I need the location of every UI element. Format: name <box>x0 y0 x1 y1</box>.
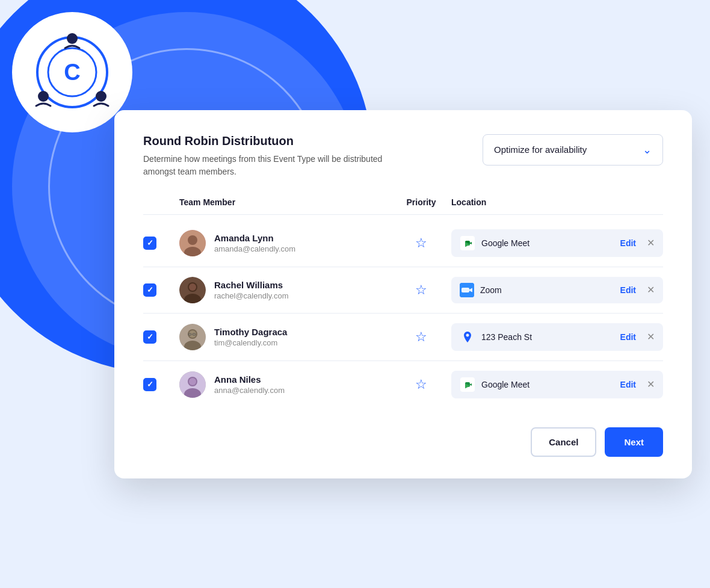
table-header: Team Member Priority Location <box>143 197 663 215</box>
table-row: Amanda Lynn amanda@calendly.com ☆ <box>143 220 663 267</box>
member-info-anna: Anna Niles anna@calendly.com <box>214 374 285 395</box>
modal-header: Round Robin Distributuon Determine how m… <box>143 134 663 178</box>
location-cell-anna: ▶ Google Meet Edit ✕ <box>451 371 663 398</box>
location-cell-timothy: 123 Peach St Edit ✕ <box>451 323 663 351</box>
member-name-timothy: Timothy Dagraca <box>214 327 287 337</box>
location-badge-timothy: 123 Peach St Edit ✕ <box>451 323 663 351</box>
location-name-amanda: Google Meet <box>481 238 610 248</box>
logo-icon: C <box>30 30 114 114</box>
edit-button-timothy[interactable]: Edit <box>620 332 636 342</box>
avatar-rachel <box>179 277 206 303</box>
svg-text:▶: ▶ <box>465 241 471 247</box>
distribution-dropdown[interactable]: Optimize for availability ⌄ <box>483 134 663 166</box>
member-email-timothy: tim@calendly.com <box>214 338 287 347</box>
remove-location-rachel[interactable]: ✕ <box>647 284 655 296</box>
col-header-priority: Priority <box>391 197 451 207</box>
priority-cell-amanda: ☆ <box>391 237 451 250</box>
svg-point-5 <box>96 91 106 102</box>
svg-text:C: C <box>64 60 80 85</box>
col-header-member: Team Member <box>179 197 391 207</box>
header-text: Round Robin Distributuon Determine how m… <box>143 134 396 178</box>
col-header-checkbox <box>143 197 179 207</box>
checkbox-cell-anna <box>143 378 179 391</box>
member-name-amanda: Amanda Lynn <box>214 233 295 243</box>
member-email-rachel: rachel@calendly.com <box>214 291 289 300</box>
star-icon-anna[interactable]: ☆ <box>415 378 427 391</box>
modal: Round Robin Distributuon Determine how m… <box>114 110 692 478</box>
member-info-rachel: Rachel Williams rachel@calendly.com <box>214 280 289 300</box>
logo-box: C <box>12 12 132 132</box>
member-cell-rachel: Rachel Williams rachel@calendly.com <box>179 277 391 303</box>
location-cell-rachel: Zoom Edit ✕ <box>451 277 663 303</box>
avatar-anna <box>179 371 206 398</box>
member-info-amanda: Amanda Lynn amanda@calendly.com <box>214 233 295 253</box>
location-cell-amanda: ▶ Google Meet Edit ✕ <box>451 229 663 257</box>
member-cell-anna: Anna Niles anna@calendly.com <box>179 371 391 398</box>
member-cell-timothy: Timothy Dagraca tim@calendly.com <box>179 324 391 350</box>
member-cell-amanda: Amanda Lynn amanda@calendly.com <box>179 230 391 256</box>
zoom-icon-rachel <box>460 283 474 297</box>
svg-point-16 <box>189 283 196 291</box>
col-header-location: Location <box>451 197 663 207</box>
edit-button-rachel[interactable]: Edit <box>620 285 636 295</box>
location-name-anna: Google Meet <box>481 380 610 389</box>
modal-footer: Cancel Next <box>143 427 663 457</box>
svg-text:▶: ▶ <box>465 382 471 389</box>
checkbox-cell-amanda <box>143 237 179 250</box>
location-name-timothy: 123 Peach St <box>481 332 610 342</box>
table-row: Anna Niles anna@calendly.com ☆ ▶ G <box>143 361 663 408</box>
google-meet-icon-amanda: ▶ <box>460 235 475 251</box>
avatar-timothy <box>179 324 206 350</box>
pin-icon-timothy <box>460 329 475 345</box>
checkbox-timothy[interactable] <box>143 330 156 344</box>
table-row: Timothy Dagraca tim@calendly.com ☆ 123 P… <box>143 314 663 361</box>
member-name-anna: Anna Niles <box>214 374 285 385</box>
checkbox-amanda[interactable] <box>143 237 156 250</box>
chevron-down-icon: ⌄ <box>643 143 652 156</box>
location-badge-rachel: Zoom Edit ✕ <box>451 277 663 303</box>
checkbox-cell-timothy <box>143 330 179 344</box>
edit-button-amanda[interactable]: Edit <box>620 238 636 248</box>
team-members-table: Team Member Priority Location Amanda Lyn… <box>143 197 663 408</box>
remove-location-amanda[interactable]: ✕ <box>647 237 655 249</box>
modal-title: Round Robin Distributuon <box>143 134 396 148</box>
location-name-rachel: Zoom <box>480 285 610 295</box>
edit-button-anna[interactable]: Edit <box>620 380 636 389</box>
star-icon-amanda[interactable]: ☆ <box>415 237 427 250</box>
modal-description: Determine how meetings from this Event T… <box>143 153 396 178</box>
member-info-timothy: Timothy Dagraca tim@calendly.com <box>214 327 287 347</box>
priority-cell-timothy: ☆ <box>391 330 451 344</box>
checkbox-rachel[interactable] <box>143 283 156 297</box>
google-meet-icon-anna: ▶ <box>460 377 475 392</box>
remove-location-anna[interactable]: ✕ <box>647 379 655 390</box>
checkbox-cell-rachel <box>143 283 179 297</box>
table-row: Rachel Williams rachel@calendly.com ☆ <box>143 267 663 314</box>
svg-point-4 <box>38 91 49 102</box>
svg-point-3 <box>67 33 78 44</box>
dropdown-value: Optimize for availability <box>494 144 587 155</box>
star-icon-timothy[interactable]: ☆ <box>415 330 427 344</box>
remove-location-timothy[interactable]: ✕ <box>647 331 655 342</box>
svg-point-27 <box>189 378 196 385</box>
location-badge-anna: ▶ Google Meet Edit ✕ <box>451 371 663 398</box>
next-button[interactable]: Next <box>605 427 663 457</box>
priority-cell-anna: ☆ <box>391 378 451 391</box>
member-email-anna: anna@calendly.com <box>214 386 285 395</box>
star-icon-rachel[interactable]: ☆ <box>415 283 427 297</box>
avatar-amanda <box>179 230 206 256</box>
cancel-button[interactable]: Cancel <box>531 427 596 457</box>
location-badge-amanda: ▶ Google Meet Edit ✕ <box>451 229 663 257</box>
svg-point-7 <box>188 235 197 245</box>
member-email-amanda: amanda@calendly.com <box>214 244 295 253</box>
member-name-rachel: Rachel Williams <box>214 280 289 290</box>
checkbox-anna[interactable] <box>143 378 156 391</box>
priority-cell-rachel: ☆ <box>391 283 451 297</box>
